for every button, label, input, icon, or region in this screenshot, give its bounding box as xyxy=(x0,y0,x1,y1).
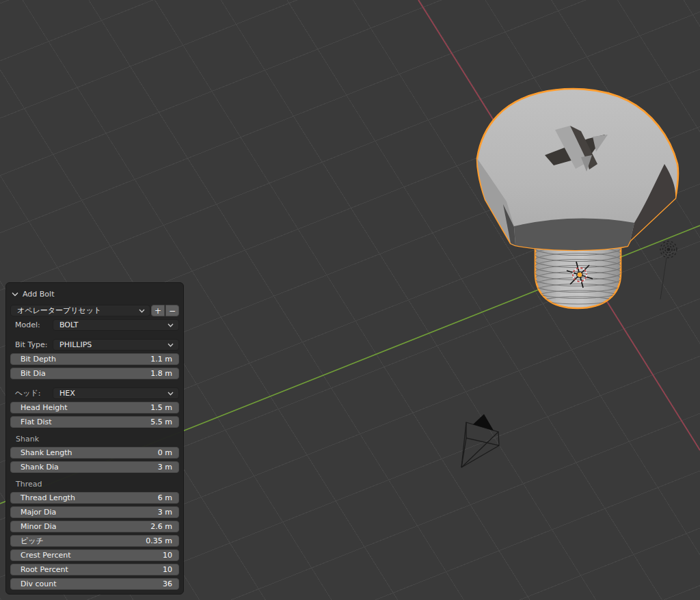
slider-value: 36 xyxy=(163,578,172,590)
bolt-head-side-band xyxy=(514,219,634,250)
slider-shank-length[interactable]: Shank Length0 m xyxy=(10,447,179,459)
slider-value: 2.6 m xyxy=(150,521,172,532)
remove-preset-button[interactable]: − xyxy=(165,305,179,316)
slider-label: Bit Dia xyxy=(21,368,46,379)
chevron-down-icon xyxy=(167,343,174,347)
slider-value: 1.8 m xyxy=(150,368,172,379)
slider-label: Root Percent xyxy=(21,564,68,575)
light-object-icon[interactable] xyxy=(660,241,677,299)
dropdown-value: HEX xyxy=(59,387,75,399)
field-row-model: Model:BOLT xyxy=(10,319,179,331)
slider-flat-dist[interactable]: Flat Dist5.5 m xyxy=(10,416,179,428)
field-label: Bit Type: xyxy=(10,340,53,349)
slider-thread-length[interactable]: Thread Length6 m xyxy=(10,492,179,504)
camera-object[interactable] xyxy=(461,414,499,467)
slider-crest-percent[interactable]: Crest Percent10 xyxy=(10,549,179,561)
slider-value: 1.5 m xyxy=(150,402,172,413)
panel-fields: Model:BOLTBit Type:PHILLIPSBit Depth1.1 … xyxy=(10,319,179,592)
preset-value: オペレータープリセット xyxy=(17,305,101,316)
slider-label: Minor Dia xyxy=(21,521,57,532)
dropdown-ヘッド[interactable]: HEX xyxy=(53,387,179,399)
slider-ピッチ[interactable]: ピッチ0.35 m xyxy=(10,535,179,547)
slider-shank-dia[interactable]: Shank Dia3 m xyxy=(10,461,179,473)
slider-label: Bit Depth xyxy=(21,353,56,365)
field-label: ヘッド: xyxy=(10,388,53,398)
slider-label: Head Height xyxy=(21,402,68,413)
slider-value: 3 m xyxy=(158,506,172,518)
operator-presets-dropdown[interactable]: オペレータープリセット xyxy=(10,305,150,316)
slider-div-count[interactable]: Div count36 xyxy=(10,578,179,590)
field-label: Model: xyxy=(10,321,53,329)
slider-value: 6 m xyxy=(158,492,172,504)
chevron-down-icon xyxy=(139,309,145,313)
slider-major-dia[interactable]: Major Dia3 m xyxy=(10,506,179,518)
slider-label: ピッチ xyxy=(21,535,44,547)
slider-label: Thread Length xyxy=(21,492,75,504)
slider-label: Flat Dist xyxy=(21,416,52,428)
slider-value: 0.35 m xyxy=(146,535,172,547)
section-label-thread: Thread xyxy=(16,480,179,489)
slider-head-height[interactable]: Head Height1.5 m xyxy=(10,402,179,413)
slider-label: Shank Length xyxy=(21,447,72,459)
operator-panel-add-bolt: Add Bolt オペレータープリセット + − Model:BOLTBit T… xyxy=(5,282,184,595)
dropdown-model[interactable]: BOLT xyxy=(53,319,179,331)
slider-value: 3 m xyxy=(158,461,172,473)
slider-value: 0 m xyxy=(158,447,172,459)
dropdown-bit-type[interactable]: PHILLIPS xyxy=(53,339,179,351)
slider-minor-dia[interactable]: Minor Dia2.6 m xyxy=(10,521,179,532)
slider-bit-dia[interactable]: Bit Dia1.8 m xyxy=(10,368,179,379)
add-preset-button[interactable]: + xyxy=(151,305,165,316)
field-row-ヘッド: ヘッド:HEX xyxy=(10,387,179,399)
slider-label: Div count xyxy=(21,578,57,590)
slider-bit-depth[interactable]: Bit Depth1.1 m xyxy=(10,353,179,365)
panel-title: Add Bolt xyxy=(23,290,54,299)
slider-value: 5.5 m xyxy=(150,416,172,428)
slider-value: 10 xyxy=(163,564,172,575)
camera-up-triangle xyxy=(473,414,494,431)
slider-root-percent[interactable]: Root Percent10 xyxy=(10,564,179,575)
section-label-shank: Shank xyxy=(16,435,179,444)
slider-label: Shank Dia xyxy=(21,461,59,473)
dropdown-value: BOLT xyxy=(59,319,78,331)
slider-value: 1.1 m xyxy=(150,353,172,365)
chevron-down-icon xyxy=(167,323,174,327)
panel-header[interactable]: Add Bolt xyxy=(12,287,179,301)
preset-row: オペレータープリセット + − xyxy=(10,305,179,316)
bolt-object[interactable] xyxy=(477,89,678,309)
dropdown-value: PHILLIPS xyxy=(59,339,92,351)
field-row-bit-type: Bit Type:PHILLIPS xyxy=(10,339,179,351)
slider-value: 10 xyxy=(163,549,172,561)
chevron-down-icon xyxy=(167,392,174,396)
collapse-chevron-icon xyxy=(12,292,18,297)
slider-label: Major Dia xyxy=(21,506,56,518)
slider-label: Crest Percent xyxy=(21,549,71,561)
